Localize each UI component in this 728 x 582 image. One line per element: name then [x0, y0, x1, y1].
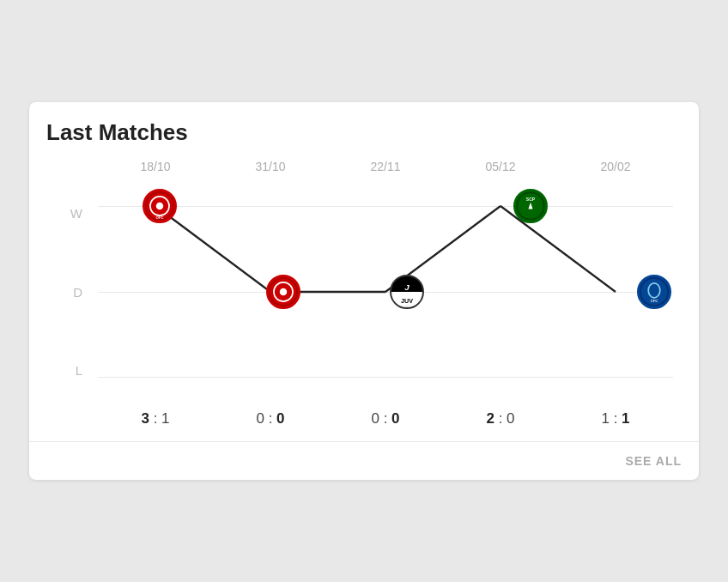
scores-row: 3 : 1 0 : 0 0 : 0 2 : 0 1 :	[55, 410, 673, 427]
y-label-d: D	[55, 285, 89, 300]
score-home-4: 1	[601, 410, 609, 427]
svg-text:CFC: CFC	[651, 299, 658, 303]
svg-text:JUV: JUV	[401, 297, 413, 305]
date-label-0: 18/10	[121, 160, 190, 173]
score-away-1: 0	[276, 410, 284, 427]
score-away-2: 0	[391, 410, 399, 427]
score-home-0: 3	[141, 410, 149, 427]
score-cell-2: 0 : 0	[351, 410, 420, 427]
chart-section: 18/10 31/10 22/11 05/12 20/02 W D L	[46, 160, 682, 427]
date-label-4: 20/02	[581, 160, 650, 173]
dates-row: 18/10 31/10 22/11 05/12 20/02	[55, 160, 673, 173]
svg-text:J: J	[404, 282, 410, 292]
svg-text:SCP: SCP	[526, 197, 536, 202]
svg-point-6	[156, 203, 164, 210]
score-away-0: 1	[161, 410, 169, 427]
score-separator-4: :	[614, 410, 622, 427]
y-label-l: L	[55, 363, 89, 378]
score-cell-0: 3 : 1	[121, 410, 190, 427]
logo-match-1	[266, 275, 300, 309]
svg-line-0	[155, 206, 270, 292]
logo-match-0: OFC	[143, 189, 177, 223]
score-separator-2: :	[384, 410, 391, 427]
logo-match-2: J JUV	[390, 275, 424, 309]
see-all-button[interactable]: SEE ALL	[625, 454, 682, 468]
chart-area: W D L	[55, 180, 673, 403]
logo-match-3: SCP	[513, 189, 548, 223]
date-label-3: 05/12	[466, 160, 535, 173]
score-cell-4: 1 : 1	[581, 410, 650, 427]
score-separator-0: :	[154, 410, 161, 427]
svg-point-10	[280, 288, 288, 296]
score-separator-3: :	[499, 410, 507, 427]
y-labels: W D L	[55, 180, 89, 403]
date-label-1: 31/10	[236, 160, 305, 173]
score-separator-1: :	[269, 410, 276, 427]
card-title: Last Matches	[46, 119, 682, 146]
score-away-3: 0	[507, 410, 514, 427]
score-cell-1: 0 : 0	[236, 410, 305, 427]
logo-match-4: CFC	[637, 275, 671, 309]
match-chart-svg	[98, 180, 673, 403]
score-cell-3: 2 : 0	[466, 410, 535, 427]
last-matches-card: Last Matches 18/10 31/10 22/11 05/12 20/…	[29, 102, 699, 480]
svg-text:OFC: OFC	[156, 215, 164, 220]
y-label-w: W	[55, 206, 89, 221]
see-all-row: SEE ALL	[46, 442, 682, 480]
score-home-1: 0	[256, 410, 264, 427]
score-home-3: 2	[486, 410, 494, 427]
svg-line-3	[500, 206, 616, 292]
score-home-2: 0	[371, 410, 379, 427]
score-away-4: 1	[622, 410, 629, 427]
date-label-2: 22/11	[351, 160, 420, 173]
